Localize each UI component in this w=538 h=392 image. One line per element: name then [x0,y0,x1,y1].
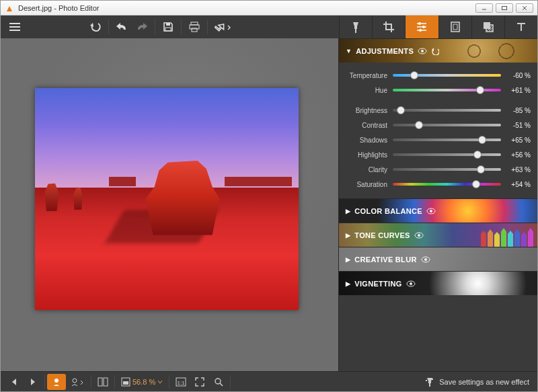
tab-overlay[interactable] [471,15,504,38]
view-compare-button[interactable] [66,374,89,390]
window-controls [475,3,533,13]
zoom-value: 56.8 % [132,378,155,386]
visibility-icon[interactable] [406,280,416,287]
collapse-icon: ▼ [346,48,352,54]
visibility-icon[interactable] [426,208,436,214]
section-color-balance-header[interactable]: ▶ COLOR BALANCE [339,198,537,223]
slider-shadows[interactable]: Shadows +65 % [346,132,531,147]
fit-screen-icon [121,377,130,387]
svg-rect-10 [451,22,459,32]
slider-highlights[interactable]: Highlights +56 % [346,147,531,162]
tab-crop[interactable] [372,15,405,38]
menu-button[interactable] [5,17,25,36]
slider-track[interactable] [393,109,501,112]
svg-rect-27 [104,378,108,386]
print-button[interactable] [184,17,204,36]
tab-frame[interactable] [438,15,471,38]
prev-image-button[interactable] [5,374,24,390]
side-tabs [339,15,537,38]
section-color-balance-label: COLOR BALANCE [354,207,422,215]
view-single-button[interactable] [47,374,66,390]
save-effect-button[interactable]: Save settings as new effect [439,378,529,386]
statusbar: 56.8 % 1:1 Save settings as new effect [1,371,537,391]
svg-rect-11 [453,24,457,30]
svg-point-34 [432,379,433,380]
svg-point-9 [419,29,422,32]
slider-track[interactable] [393,139,501,141]
fullscreen-button[interactable] [190,374,209,390]
slider-hue[interactable]: Hue +61 % [346,83,531,97]
svg-point-7 [418,22,421,25]
tab-effects[interactable] [339,15,372,38]
workspace: ▼ ADJUSTMENTS Temperature -60 % Hue +61 … [1,38,537,371]
section-adjustments-header[interactable]: ▼ ADJUSTMENTS [339,38,537,63]
svg-point-8 [422,26,425,28]
tab-text[interactable] [504,15,537,38]
section-vignetting-header[interactable]: ▶ VIGNETTING [339,271,537,295]
section-creative-blur-header[interactable]: ▶ CREATIVE BLUR [339,247,537,271]
close-button[interactable] [516,3,533,13]
tab-adjust[interactable] [405,15,438,38]
slider-saturation[interactable]: Saturation +54 % [346,177,531,192]
slider-temperature[interactable]: Temperature -60 % [346,68,531,83]
visibility-icon[interactable] [418,48,427,54]
app-window: Desert.jpg - Photo Editor [0,0,538,392]
maximize-button[interactable] [496,3,513,13]
svg-point-35 [426,380,427,381]
titlebar: Desert.jpg - Photo Editor [1,1,537,15]
side-panel: ▼ ADJUSTMENTS Temperature -60 % Hue +61 … [338,38,537,371]
svg-point-23 [410,282,412,285]
expand-icon: ▶ [346,256,350,263]
svg-point-15 [421,50,424,52]
expand-icon: ▶ [346,280,350,287]
reset-icon[interactable] [431,47,439,55]
slider-track[interactable] [393,74,501,77]
slider-track[interactable] [393,89,501,91]
save-effect-icon [424,377,435,387]
svg-point-25 [73,379,77,383]
save-button[interactable] [158,17,178,36]
svg-point-32 [215,379,221,384]
slider-track[interactable] [393,124,501,126]
undo-button[interactable] [112,17,132,36]
slider-track[interactable] [393,168,501,171]
minimize-button[interactable] [475,3,493,13]
redo-button[interactable] [132,17,152,36]
svg-rect-29 [123,381,128,385]
svg-rect-1 [502,6,507,9]
chevron-down-icon [157,380,163,384]
visibility-icon[interactable] [414,232,424,239]
svg-text:1:1: 1:1 [178,380,186,386]
section-adjustments-label: ADJUSTMENTS [356,47,414,55]
export-button[interactable] [210,17,236,36]
expand-icon: ▶ [346,208,350,214]
svg-point-17 [430,210,432,212]
slider-contrast[interactable]: Contrast -51 % [346,118,531,132]
slider-brightness[interactable]: Brightness -85 % [346,103,531,118]
slider-track[interactable] [393,153,501,156]
svg-line-33 [220,383,223,386]
app-icon [5,3,14,13]
svg-point-21 [424,258,427,261]
section-tone-curves-header[interactable]: ▶ TONE CURVES [339,223,537,247]
zoom-control[interactable]: 56.8 % [117,377,167,387]
panel-body: ▼ ADJUSTMENTS Temperature -60 % Hue +61 … [339,38,537,371]
section-tone-curves-label: TONE CURVES [354,231,410,239]
slider-clarity[interactable]: Clarity +63 % [346,162,531,177]
visibility-icon[interactable] [421,256,430,263]
svg-point-19 [418,234,420,237]
adjustments-sliders: Temperature -60 % Hue +61 % Brightness -… [339,63,537,198]
split-view-button[interactable] [93,374,112,390]
svg-rect-26 [98,378,102,386]
window-title: Desert.jpg - Photo Editor [18,4,475,12]
svg-rect-2 [166,23,170,26]
slider-track[interactable] [393,183,501,186]
undo-step-button[interactable] [85,17,106,36]
zoom-tool-button[interactable] [209,374,228,390]
actual-size-button[interactable]: 1:1 [171,374,190,390]
canvas-area[interactable] [1,38,338,371]
next-image-button[interactable] [24,374,42,390]
section-creative-blur-label: CREATIVE BLUR [354,256,416,264]
expand-icon: ▶ [346,232,350,239]
svg-rect-4 [191,22,198,25]
